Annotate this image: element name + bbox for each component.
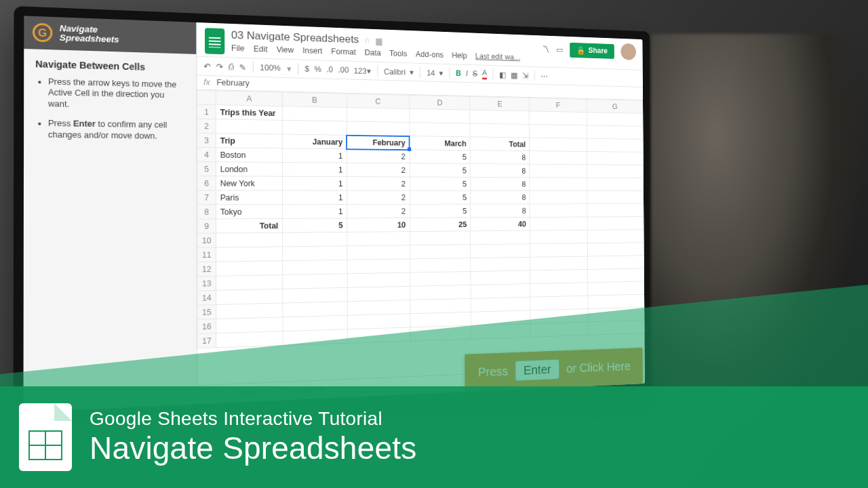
undo-icon[interactable]: ↶: [203, 61, 211, 71]
borders-icon[interactable]: ▦: [511, 70, 517, 80]
cell-G10[interactable]: [587, 230, 644, 243]
cell-B1[interactable]: [282, 106, 347, 121]
cell-D5[interactable]: 5: [410, 163, 471, 178]
cell-E8[interactable]: 8: [471, 204, 530, 218]
row-header-8[interactable]: 8: [197, 205, 216, 219]
share-button[interactable]: 🔒 Share: [570, 42, 614, 58]
cell-A5[interactable]: London: [216, 162, 282, 176]
cell-D6[interactable]: 5: [410, 177, 471, 190]
row-header-4[interactable]: 4: [197, 147, 216, 161]
bold-button[interactable]: B: [456, 69, 461, 78]
cell-E10[interactable]: [471, 230, 530, 245]
user-avatar[interactable]: [620, 43, 636, 60]
document-title[interactable]: 03 Navigate Spreadsheets: [231, 29, 359, 46]
row-header-9[interactable]: 9: [197, 219, 216, 233]
col-header-F[interactable]: F: [529, 98, 587, 112]
cell-F8[interactable]: [530, 204, 587, 218]
cell-D8[interactable]: 5: [410, 204, 471, 218]
cell-G3[interactable]: [587, 138, 643, 152]
cell-C8[interactable]: 2: [347, 204, 410, 218]
cell-D4[interactable]: 5: [410, 150, 471, 164]
cell-D15[interactable]: [410, 298, 471, 313]
cell-B9[interactable]: 5: [282, 218, 347, 232]
cell-C5[interactable]: 2: [347, 163, 409, 177]
cell-B10[interactable]: [282, 232, 347, 247]
cell-E15[interactable]: [471, 297, 530, 312]
cell-A12[interactable]: [216, 261, 283, 277]
cell-G13[interactable]: [588, 268, 644, 283]
star-icon[interactable]: ☆: [364, 35, 372, 45]
row-header-2[interactable]: 2: [197, 119, 216, 133]
cell-A14[interactable]: [216, 289, 283, 304]
menu-tools[interactable]: Tools: [389, 49, 407, 58]
cell-A9[interactable]: Total: [216, 218, 282, 233]
cell-A6[interactable]: New York: [216, 176, 282, 190]
select-all-cell[interactable]: [197, 90, 216, 105]
cell-C9[interactable]: 10: [347, 218, 410, 232]
cell-B3[interactable]: January: [282, 134, 347, 149]
cell-C1[interactable]: [347, 108, 409, 123]
menu-help[interactable]: Help: [452, 51, 467, 60]
cell-F14[interactable]: [530, 283, 588, 297]
cell-C15[interactable]: [347, 300, 410, 316]
cell-G7[interactable]: [587, 190, 644, 203]
cell-A4[interactable]: Boston: [216, 148, 282, 163]
menu-data[interactable]: Data: [365, 48, 381, 58]
cell-F10[interactable]: [530, 230, 587, 243]
cell-G4[interactable]: [587, 152, 644, 165]
menu-add-ons[interactable]: Add-ons: [416, 50, 443, 60]
cell-C3[interactable]: February: [347, 135, 409, 149]
cell-G14[interactable]: [588, 281, 644, 296]
cell-A17[interactable]: [216, 331, 283, 348]
cell-F5[interactable]: [530, 164, 587, 178]
cell-B13[interactable]: [283, 274, 347, 289]
cell-D14[interactable]: [410, 285, 471, 300]
cell-F12[interactable]: [530, 256, 588, 270]
row-header-16[interactable]: 16: [197, 319, 216, 334]
cell-C4[interactable]: 2: [347, 149, 409, 163]
font-size-select[interactable]: 14 ▾: [427, 68, 443, 77]
zoom-select[interactable]: 100%: [260, 63, 280, 73]
number-format-button[interactable]: 123▾: [354, 66, 371, 76]
cell-D10[interactable]: [410, 231, 471, 245]
explore-icon[interactable]: 〽: [542, 44, 550, 54]
strikethrough-button[interactable]: S: [473, 69, 477, 78]
cell-E12[interactable]: [471, 257, 530, 271]
row-header-5[interactable]: 5: [197, 162, 216, 176]
cell-D16[interactable]: [410, 312, 471, 327]
cell-E1[interactable]: [470, 110, 529, 124]
row-header-12[interactable]: 12: [197, 262, 216, 277]
cell-D2[interactable]: [409, 123, 470, 137]
cell-B15[interactable]: [283, 302, 347, 317]
cell-F11[interactable]: [530, 243, 587, 258]
merge-cells-icon[interactable]: ⇲: [522, 70, 528, 80]
cell-B7[interactable]: 1: [282, 190, 347, 205]
cell-A10[interactable]: [216, 232, 282, 247]
cell-A1[interactable]: Trips this Year: [216, 105, 282, 121]
cell-A8[interactable]: Tokyo: [216, 205, 282, 219]
row-header-1[interactable]: 1: [197, 104, 216, 119]
cell-B11[interactable]: [283, 246, 347, 261]
cell-B4[interactable]: 1: [282, 148, 347, 163]
cell-B5[interactable]: 1: [282, 162, 347, 176]
cell-A7[interactable]: Paris: [216, 190, 282, 205]
row-header-15[interactable]: 15: [197, 304, 216, 319]
cell-D12[interactable]: [410, 258, 471, 273]
col-header-E[interactable]: E: [470, 96, 529, 111]
cell-A2[interactable]: [216, 119, 282, 134]
cell-B8[interactable]: 1: [282, 204, 347, 218]
cell-C12[interactable]: [347, 259, 410, 274]
cell-C7[interactable]: 2: [347, 190, 409, 204]
cell-F1[interactable]: [529, 111, 587, 125]
cell-F2[interactable]: [529, 124, 587, 138]
cell-D7[interactable]: 5: [410, 190, 471, 204]
col-header-C[interactable]: C: [347, 94, 409, 108]
row-header-13[interactable]: 13: [197, 276, 216, 291]
folder-icon[interactable]: ▆: [376, 36, 382, 45]
percent-button[interactable]: %: [314, 65, 321, 74]
cell-E9[interactable]: 40: [471, 218, 530, 231]
cell-F9[interactable]: [530, 217, 587, 230]
cell-G5[interactable]: [587, 165, 644, 178]
increase-decimal-button[interactable]: .00: [338, 66, 349, 75]
cell-E11[interactable]: [471, 244, 530, 258]
